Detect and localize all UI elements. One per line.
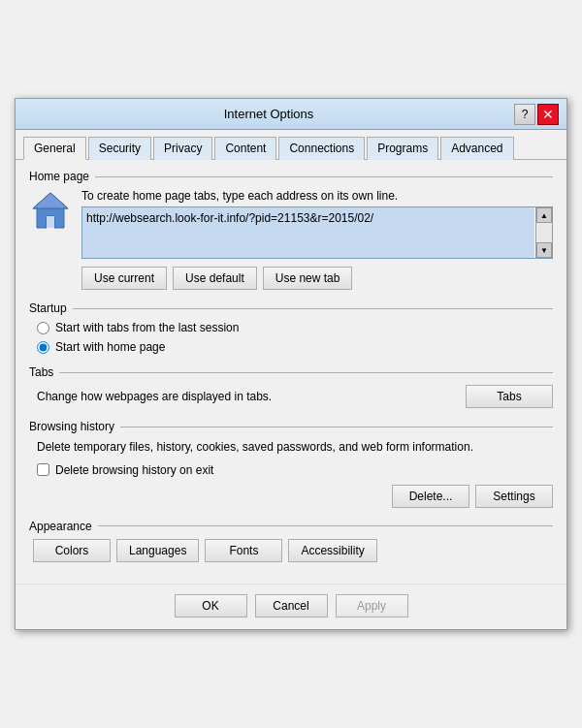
startup-section: Startup Start with tabs from the last se… bbox=[29, 301, 553, 354]
tab-general[interactable]: General bbox=[23, 137, 86, 160]
delete-button[interactable]: Delete... bbox=[392, 485, 469, 508]
use-new-tab-button[interactable]: Use new tab bbox=[263, 267, 353, 290]
tab-connections[interactable]: Connections bbox=[278, 137, 365, 160]
startup-option2[interactable]: Start with home page bbox=[37, 340, 553, 354]
colors-button[interactable]: Colors bbox=[33, 539, 111, 562]
delete-on-exit-label[interactable]: Delete browsing history on exit bbox=[37, 463, 553, 477]
tabs-desc: Change how webpages are displayed in tab… bbox=[37, 390, 272, 403]
accessibility-button[interactable]: Accessibility bbox=[288, 539, 376, 562]
url-input-wrapper: http://websearch.look-for-it.info/?pid=2… bbox=[81, 206, 553, 259]
tab-programs[interactable]: Programs bbox=[367, 137, 438, 160]
scroll-track bbox=[536, 223, 552, 242]
tab-security[interactable]: Security bbox=[88, 137, 151, 160]
browsing-history-title: Browsing history bbox=[29, 420, 553, 433]
startup-option1[interactable]: Start with tabs from the last session bbox=[37, 321, 553, 334]
tabs-section-row: Change how webpages are displayed in tab… bbox=[29, 385, 553, 408]
home-page-title: Home page bbox=[29, 170, 553, 183]
home-page-right: To create home page tabs, type each addr… bbox=[81, 189, 553, 290]
home-page-section: Home page To create home page tabs, type… bbox=[29, 170, 553, 290]
window-title: Internet Options bbox=[23, 107, 514, 121]
house-icon bbox=[29, 189, 72, 232]
browsing-desc: Delete temporary files, history, cookies… bbox=[37, 439, 553, 456]
cancel-button[interactable]: Cancel bbox=[255, 594, 328, 617]
fonts-button[interactable]: Fonts bbox=[205, 539, 282, 562]
ok-button[interactable]: OK bbox=[175, 594, 247, 617]
appearance-section: Appearance Colors Languages Fonts Access… bbox=[29, 520, 553, 562]
svg-marker-1 bbox=[33, 193, 68, 208]
tabs-button[interactable]: Tabs bbox=[466, 385, 553, 408]
startup-radio2[interactable] bbox=[37, 341, 49, 354]
appearance-title: Appearance bbox=[29, 520, 553, 533]
apply-button[interactable]: Apply bbox=[336, 594, 408, 617]
home-page-buttons: Use current Use default Use new tab bbox=[81, 267, 553, 290]
delete-on-exit-checkbox[interactable] bbox=[37, 463, 49, 476]
scroll-up-btn[interactable]: ▲ bbox=[536, 207, 552, 223]
title-bar: Internet Options ? ✕ bbox=[16, 99, 566, 130]
help-button[interactable]: ? bbox=[514, 104, 535, 125]
tabs-section-title: Tabs bbox=[29, 365, 553, 379]
startup-options: Start with tabs from the last session St… bbox=[29, 321, 553, 354]
tab-content[interactable]: Content bbox=[214, 137, 276, 160]
tab-privacy[interactable]: Privacy bbox=[153, 137, 212, 160]
settings-button[interactable]: Settings bbox=[475, 485, 553, 508]
browsing-history-section: Browsing history Delete temporary files,… bbox=[29, 420, 553, 508]
appearance-buttons: Colors Languages Fonts Accessibility bbox=[29, 539, 553, 562]
browsing-buttons: Delete... Settings bbox=[37, 485, 553, 508]
scroll-down-btn[interactable]: ▼ bbox=[536, 242, 552, 258]
home-page-inner: To create home page tabs, type each addr… bbox=[29, 189, 553, 290]
content-area: Home page To create home page tabs, type… bbox=[16, 160, 566, 584]
tab-bar: General Security Privacy Content Connect… bbox=[16, 130, 566, 160]
svg-rect-2 bbox=[47, 216, 54, 228]
languages-button[interactable]: Languages bbox=[116, 539, 199, 562]
home-page-desc: To create home page tabs, type each addr… bbox=[81, 189, 553, 203]
startup-title: Startup bbox=[29, 301, 553, 315]
title-bar-controls: ? ✕ bbox=[514, 104, 559, 125]
use-default-button[interactable]: Use default bbox=[173, 267, 257, 290]
tabs-section: Tabs Change how webpages are displayed i… bbox=[29, 365, 553, 408]
browsing-history-inner: Delete temporary files, history, cookies… bbox=[29, 439, 553, 508]
url-input[interactable]: http://websearch.look-for-it.info/?pid=2… bbox=[82, 207, 534, 258]
footer: OK Cancel Apply bbox=[16, 584, 566, 629]
internet-options-window: Internet Options ? ✕ General Security Pr… bbox=[15, 98, 567, 630]
scrollbar: ▲ ▼ bbox=[535, 207, 552, 258]
close-button[interactable]: ✕ bbox=[537, 104, 559, 125]
tab-advanced[interactable]: Advanced bbox=[440, 137, 513, 160]
use-current-button[interactable]: Use current bbox=[81, 267, 167, 290]
startup-radio1[interactable] bbox=[37, 322, 49, 334]
